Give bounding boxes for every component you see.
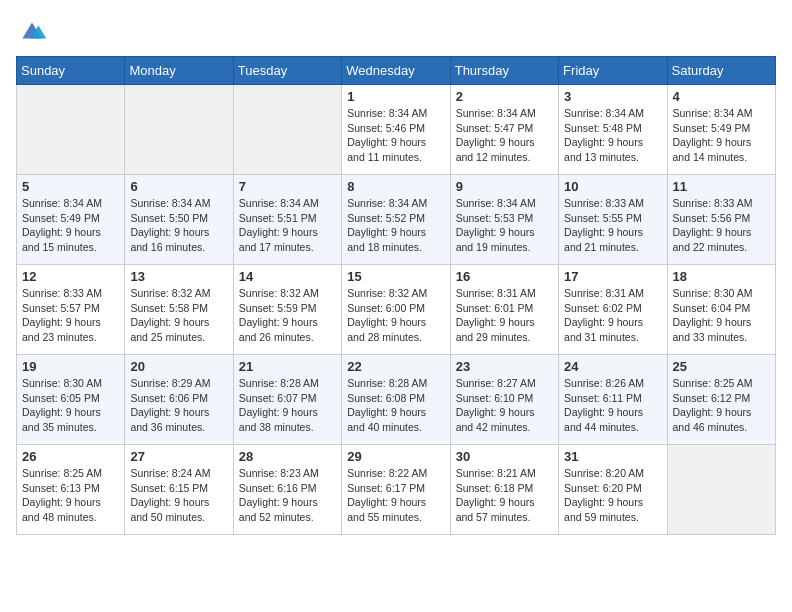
calendar-day-cell: 19Sunrise: 8:30 AM Sunset: 6:05 PM Dayli… — [17, 355, 125, 445]
calendar-day-cell: 28Sunrise: 8:23 AM Sunset: 6:16 PM Dayli… — [233, 445, 341, 535]
day-number: 28 — [239, 449, 336, 464]
day-number: 23 — [456, 359, 553, 374]
page-header — [16, 16, 776, 44]
calendar-day-cell: 14Sunrise: 8:32 AM Sunset: 5:59 PM Dayli… — [233, 265, 341, 355]
day-info: Sunrise: 8:34 AM Sunset: 5:48 PM Dayligh… — [564, 106, 661, 165]
day-info: Sunrise: 8:28 AM Sunset: 6:07 PM Dayligh… — [239, 376, 336, 435]
calendar-day-cell: 11Sunrise: 8:33 AM Sunset: 5:56 PM Dayli… — [667, 175, 775, 265]
calendar-day-cell: 17Sunrise: 8:31 AM Sunset: 6:02 PM Dayli… — [559, 265, 667, 355]
calendar-day-cell — [233, 85, 341, 175]
logo — [16, 16, 52, 44]
calendar-day-cell: 20Sunrise: 8:29 AM Sunset: 6:06 PM Dayli… — [125, 355, 233, 445]
day-number: 6 — [130, 179, 227, 194]
day-number: 17 — [564, 269, 661, 284]
day-number: 9 — [456, 179, 553, 194]
day-number: 4 — [673, 89, 770, 104]
day-of-week-header: Saturday — [667, 57, 775, 85]
calendar-day-cell — [17, 85, 125, 175]
calendar-day-cell: 7Sunrise: 8:34 AM Sunset: 5:51 PM Daylig… — [233, 175, 341, 265]
day-number: 11 — [673, 179, 770, 194]
day-info: Sunrise: 8:28 AM Sunset: 6:08 PM Dayligh… — [347, 376, 444, 435]
day-info: Sunrise: 8:33 AM Sunset: 5:56 PM Dayligh… — [673, 196, 770, 255]
calendar-day-cell: 31Sunrise: 8:20 AM Sunset: 6:20 PM Dayli… — [559, 445, 667, 535]
day-info: Sunrise: 8:26 AM Sunset: 6:11 PM Dayligh… — [564, 376, 661, 435]
day-info: Sunrise: 8:31 AM Sunset: 6:02 PM Dayligh… — [564, 286, 661, 345]
day-number: 2 — [456, 89, 553, 104]
day-number: 15 — [347, 269, 444, 284]
day-info: Sunrise: 8:34 AM Sunset: 5:52 PM Dayligh… — [347, 196, 444, 255]
calendar-day-cell: 9Sunrise: 8:34 AM Sunset: 5:53 PM Daylig… — [450, 175, 558, 265]
calendar-day-cell: 13Sunrise: 8:32 AM Sunset: 5:58 PM Dayli… — [125, 265, 233, 355]
calendar-day-cell: 10Sunrise: 8:33 AM Sunset: 5:55 PM Dayli… — [559, 175, 667, 265]
day-of-week-header: Thursday — [450, 57, 558, 85]
calendar-day-cell: 5Sunrise: 8:34 AM Sunset: 5:49 PM Daylig… — [17, 175, 125, 265]
day-number: 27 — [130, 449, 227, 464]
calendar-day-cell: 25Sunrise: 8:25 AM Sunset: 6:12 PM Dayli… — [667, 355, 775, 445]
calendar-day-cell: 18Sunrise: 8:30 AM Sunset: 6:04 PM Dayli… — [667, 265, 775, 355]
day-number: 31 — [564, 449, 661, 464]
calendar-week-row: 26Sunrise: 8:25 AM Sunset: 6:13 PM Dayli… — [17, 445, 776, 535]
day-info: Sunrise: 8:21 AM Sunset: 6:18 PM Dayligh… — [456, 466, 553, 525]
day-info: Sunrise: 8:30 AM Sunset: 6:04 PM Dayligh… — [673, 286, 770, 345]
day-info: Sunrise: 8:22 AM Sunset: 6:17 PM Dayligh… — [347, 466, 444, 525]
day-info: Sunrise: 8:31 AM Sunset: 6:01 PM Dayligh… — [456, 286, 553, 345]
calendar-week-row: 1Sunrise: 8:34 AM Sunset: 5:46 PM Daylig… — [17, 85, 776, 175]
day-number: 10 — [564, 179, 661, 194]
calendar-week-row: 19Sunrise: 8:30 AM Sunset: 6:05 PM Dayli… — [17, 355, 776, 445]
day-number: 14 — [239, 269, 336, 284]
calendar-day-cell: 24Sunrise: 8:26 AM Sunset: 6:11 PM Dayli… — [559, 355, 667, 445]
day-info: Sunrise: 8:25 AM Sunset: 6:12 PM Dayligh… — [673, 376, 770, 435]
day-of-week-header: Tuesday — [233, 57, 341, 85]
calendar-day-cell: 16Sunrise: 8:31 AM Sunset: 6:01 PM Dayli… — [450, 265, 558, 355]
day-number: 3 — [564, 89, 661, 104]
day-of-week-header: Sunday — [17, 57, 125, 85]
calendar-day-cell: 6Sunrise: 8:34 AM Sunset: 5:50 PM Daylig… — [125, 175, 233, 265]
calendar-day-cell — [667, 445, 775, 535]
calendar-day-cell: 15Sunrise: 8:32 AM Sunset: 6:00 PM Dayli… — [342, 265, 450, 355]
calendar-day-cell: 4Sunrise: 8:34 AM Sunset: 5:49 PM Daylig… — [667, 85, 775, 175]
day-number: 20 — [130, 359, 227, 374]
calendar-day-cell: 21Sunrise: 8:28 AM Sunset: 6:07 PM Dayli… — [233, 355, 341, 445]
day-number: 13 — [130, 269, 227, 284]
day-number: 1 — [347, 89, 444, 104]
day-of-week-header: Monday — [125, 57, 233, 85]
calendar-week-row: 5Sunrise: 8:34 AM Sunset: 5:49 PM Daylig… — [17, 175, 776, 265]
day-number: 18 — [673, 269, 770, 284]
day-number: 8 — [347, 179, 444, 194]
day-info: Sunrise: 8:29 AM Sunset: 6:06 PM Dayligh… — [130, 376, 227, 435]
day-of-week-header: Friday — [559, 57, 667, 85]
day-info: Sunrise: 8:25 AM Sunset: 6:13 PM Dayligh… — [22, 466, 119, 525]
day-info: Sunrise: 8:33 AM Sunset: 5:57 PM Dayligh… — [22, 286, 119, 345]
calendar-day-cell: 30Sunrise: 8:21 AM Sunset: 6:18 PM Dayli… — [450, 445, 558, 535]
day-number: 26 — [22, 449, 119, 464]
day-number: 12 — [22, 269, 119, 284]
calendar-header-row: SundayMondayTuesdayWednesdayThursdayFrid… — [17, 57, 776, 85]
day-number: 7 — [239, 179, 336, 194]
calendar-day-cell: 3Sunrise: 8:34 AM Sunset: 5:48 PM Daylig… — [559, 85, 667, 175]
day-info: Sunrise: 8:30 AM Sunset: 6:05 PM Dayligh… — [22, 376, 119, 435]
day-info: Sunrise: 8:34 AM Sunset: 5:50 PM Dayligh… — [130, 196, 227, 255]
day-number: 22 — [347, 359, 444, 374]
day-number: 24 — [564, 359, 661, 374]
day-info: Sunrise: 8:24 AM Sunset: 6:15 PM Dayligh… — [130, 466, 227, 525]
day-info: Sunrise: 8:32 AM Sunset: 5:59 PM Dayligh… — [239, 286, 336, 345]
calendar-day-cell: 27Sunrise: 8:24 AM Sunset: 6:15 PM Dayli… — [125, 445, 233, 535]
day-number: 5 — [22, 179, 119, 194]
logo-icon — [16, 16, 48, 44]
calendar-day-cell: 29Sunrise: 8:22 AM Sunset: 6:17 PM Dayli… — [342, 445, 450, 535]
calendar-day-cell: 12Sunrise: 8:33 AM Sunset: 5:57 PM Dayli… — [17, 265, 125, 355]
day-number: 16 — [456, 269, 553, 284]
calendar-day-cell: 22Sunrise: 8:28 AM Sunset: 6:08 PM Dayli… — [342, 355, 450, 445]
calendar-week-row: 12Sunrise: 8:33 AM Sunset: 5:57 PM Dayli… — [17, 265, 776, 355]
calendar-day-cell: 8Sunrise: 8:34 AM Sunset: 5:52 PM Daylig… — [342, 175, 450, 265]
calendar-day-cell: 1Sunrise: 8:34 AM Sunset: 5:46 PM Daylig… — [342, 85, 450, 175]
calendar: SundayMondayTuesdayWednesdayThursdayFrid… — [16, 56, 776, 535]
day-number: 29 — [347, 449, 444, 464]
day-info: Sunrise: 8:34 AM Sunset: 5:47 PM Dayligh… — [456, 106, 553, 165]
day-number: 21 — [239, 359, 336, 374]
day-info: Sunrise: 8:32 AM Sunset: 5:58 PM Dayligh… — [130, 286, 227, 345]
day-of-week-header: Wednesday — [342, 57, 450, 85]
day-info: Sunrise: 8:33 AM Sunset: 5:55 PM Dayligh… — [564, 196, 661, 255]
day-info: Sunrise: 8:34 AM Sunset: 5:46 PM Dayligh… — [347, 106, 444, 165]
day-number: 25 — [673, 359, 770, 374]
